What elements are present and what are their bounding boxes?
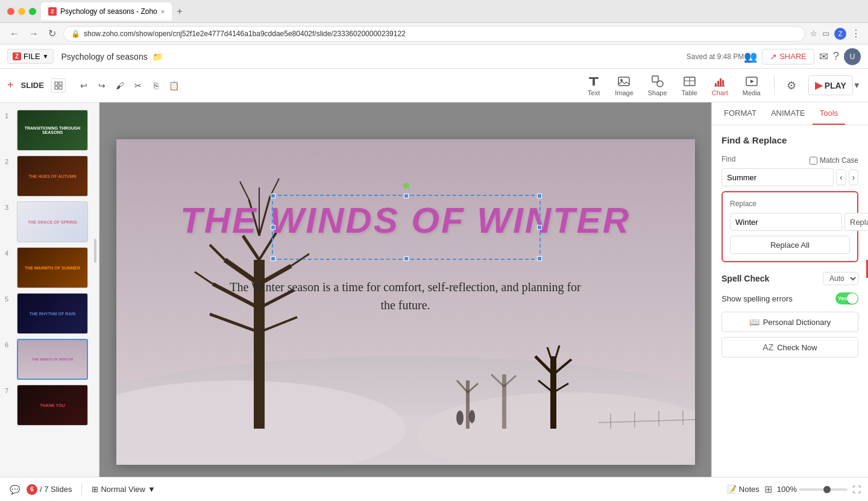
tab-format[interactable]: FORMAT (717, 102, 764, 125)
spell-check-toggle[interactable]: Yes (835, 292, 858, 304)
profile-icon[interactable]: Z (834, 28, 846, 40)
match-case-checkbox[interactable] (810, 157, 817, 165)
show-errors-label: Show spelling errors (722, 294, 793, 303)
insert-shape-tool[interactable]: Shape (642, 72, 673, 99)
close-tab-button[interactable]: × (161, 8, 165, 15)
slide-thumb-3[interactable]: THE GRACE OF SPRING (17, 201, 88, 242)
find-header: Find Match Case (722, 155, 858, 166)
menu-icon[interactable]: ⋮ (851, 28, 861, 39)
find-replace-section: Find & Replace Find Match Case ‹ › (722, 135, 858, 262)
view-dropdown-icon: ▼ (148, 485, 156, 494)
refresh-button[interactable]: ↻ (46, 25, 58, 42)
slide-item-1[interactable]: 1 TRANSITIONING THROUGH SEASONS (0, 107, 99, 153)
settings-icon[interactable]: ⚙ (782, 77, 801, 95)
find-next-button[interactable]: › (849, 169, 859, 185)
right-panel: FORMAT ANIMATE Tools Find & Replace Find… (711, 102, 868, 501)
replace-input[interactable] (730, 213, 842, 231)
slide-thumb-1[interactable]: TRANSITIONING THROUGH SEASONS (17, 110, 88, 151)
svg-rect-0 (55, 82, 58, 85)
cast-icon[interactable]: ▭ (822, 29, 829, 38)
grid-view-icon[interactable]: ⊞ (764, 484, 772, 495)
fit-screen-button[interactable]: ⛶ (852, 485, 861, 494)
check-now-button[interactable]: AZ Check Now (722, 337, 858, 358)
share-button[interactable]: ↗ SHARE (762, 49, 814, 65)
svg-rect-52 (502, 374, 506, 429)
slide-badge: 6 (27, 484, 37, 495)
paint-format-button[interactable]: 🖌 (112, 77, 128, 94)
slide-item-6[interactable]: 6 THE WINDS OF WINTER (0, 336, 99, 382)
spell-check-title: Spell Check (722, 274, 769, 283)
spell-check-auto-dropdown[interactable]: Auto (823, 272, 858, 285)
svg-rect-2 (55, 86, 58, 89)
animate-tab-label: ANIMATE (771, 109, 805, 118)
user-avatar[interactable]: U (844, 48, 861, 65)
browser-tab[interactable]: Z Psychology of seasons - Zoho × (41, 2, 172, 20)
view-mode-button[interactable]: ⊞ Normal View ▼ (92, 485, 155, 494)
zoom-slider[interactable] (799, 488, 848, 491)
chat-icon[interactable]: 💬 (7, 482, 22, 497)
cut-button[interactable]: ✂ (130, 77, 146, 94)
close-window-button[interactable] (7, 8, 14, 15)
tab-tools[interactable]: Tools (813, 102, 845, 125)
bottom-bar: 💬 6 / 7 Slides ⊞ Normal View ▼ 📝 Notes ⊞… (0, 477, 868, 501)
insert-table-tool[interactable]: Table (676, 72, 703, 99)
slide-item-2[interactable]: 2 THE HUES OF AUTUMN (0, 153, 99, 199)
slide-thumb-2[interactable]: THE HUES OF AUTUMN (17, 156, 88, 197)
slide-controls: + SLIDE (7, 78, 66, 93)
slide-thumb-4[interactable]: THE WARMTH OF SUMMER (17, 247, 88, 288)
address-bar: ← → ↻ 🔒 show.zoho.com/show/open/cnj52f1e… (0, 23, 868, 45)
new-tab-button[interactable]: + (177, 6, 182, 17)
tab-bar: Z Psychology of seasons - Zoho × + (41, 2, 861, 20)
saved-status: Saved at 9:48 PM (687, 52, 744, 61)
slide-item-3[interactable]: 3 THE GRACE OF SPRING (0, 199, 99, 245)
mail-icon[interactable]: ✉ (819, 50, 828, 63)
minimize-window-button[interactable] (18, 8, 25, 15)
slide-thumb-6[interactable]: THE WINDS OF WINTER (17, 339, 88, 380)
find-prev-button[interactable]: ‹ (836, 169, 846, 185)
copy-button[interactable]: ⎘ (148, 77, 165, 94)
layout-button[interactable] (51, 78, 66, 93)
slide-num-2: 2 (5, 158, 13, 165)
personal-dictionary-button[interactable]: 📖 Personal Dictionary (722, 312, 858, 332)
panel-resize-handle[interactable] (94, 239, 96, 263)
help-icon[interactable]: ? (833, 50, 839, 63)
play-button[interactable]: ▶ PLAY (808, 75, 853, 95)
replace-input-row: Replace ▼ (730, 213, 850, 231)
chart-tool-label: Chart (712, 89, 728, 96)
bookmark-icon[interactable]: ☆ (810, 29, 817, 38)
slide-canvas: THE WINDS OF WINTER The Winter season is… (116, 139, 695, 465)
match-case-text: Match Case (820, 156, 858, 165)
replace-dropdown-button[interactable]: Replace ▼ (844, 213, 868, 231)
notes-button[interactable]: 📝 Notes (727, 485, 760, 494)
paste-button[interactable]: 📋 (166, 77, 183, 94)
svg-point-9 (657, 81, 663, 87)
slide-label[interactable]: SLIDE (16, 78, 49, 92)
maximize-window-button[interactable] (29, 8, 36, 15)
slide-title-container: THE WINDS OF WINTER (116, 203, 695, 239)
replace-all-button[interactable]: Replace All (730, 236, 850, 254)
slide-num-5: 5 (5, 295, 13, 303)
tab-animate[interactable]: ANIMATE (764, 102, 813, 125)
slide-thumb-5[interactable]: THE RHYTHM OF RAIN (17, 293, 88, 334)
slide-item-7[interactable]: 7 THANK YOU (0, 382, 99, 428)
insert-chart-tool[interactable]: Chart (706, 72, 734, 99)
svg-rect-4 (589, 77, 599, 79)
insert-text-tool[interactable]: Text (581, 72, 606, 99)
undo-button[interactable]: ↩ (75, 77, 92, 94)
slide-item-4[interactable]: 4 THE WARMTH OF SUMMER (0, 245, 99, 291)
back-button[interactable]: ← (7, 26, 22, 42)
zoom-level: 100% (777, 485, 797, 494)
view-icon: ⊞ (92, 485, 98, 494)
redo-button[interactable]: ↪ (93, 77, 110, 94)
find-input[interactable] (722, 168, 834, 186)
play-dropdown-button[interactable]: ▼ (853, 81, 861, 90)
slide-item-5[interactable]: 5 THE RHYTHM OF RAIN (0, 291, 99, 336)
forward-button[interactable]: → (27, 26, 41, 42)
svg-rect-16 (722, 80, 724, 86)
slide-thumb-7[interactable]: THANK YOU (17, 385, 88, 426)
insert-media-tool[interactable]: Media (737, 72, 767, 99)
file-menu-button[interactable]: Z FILE ▼ (7, 49, 54, 64)
url-bar[interactable]: 🔒 show.zoho.com/show/open/cnj52f1e2e4777… (63, 26, 805, 42)
add-slide-icon[interactable]: + (7, 79, 14, 92)
insert-image-tool[interactable]: Image (609, 72, 640, 99)
